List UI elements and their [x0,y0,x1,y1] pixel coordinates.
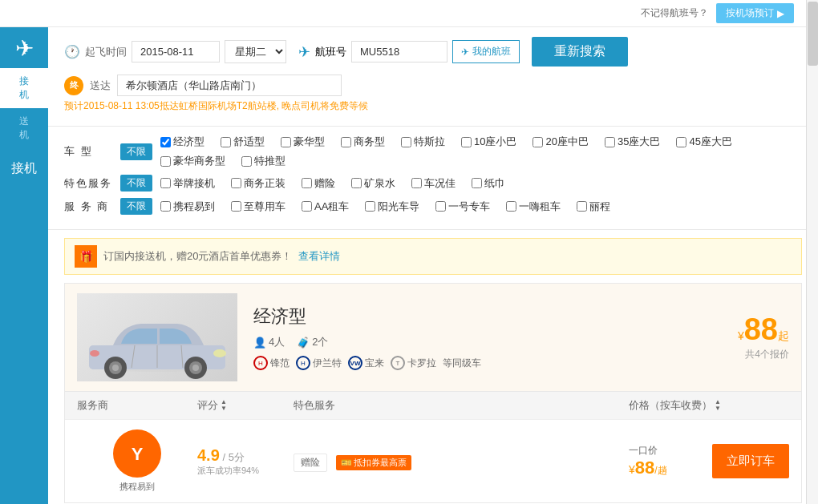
pickup-tab-sublabel: 机 [19,89,29,100]
provider-yihai[interactable]: 一嗨租车 [506,200,561,214]
service-tissue[interactable]: 纸巾 [472,176,505,191]
sidebar-logo: ✈ [15,35,34,62]
provider-premium[interactable]: 至尊用车 [231,200,285,214]
car-type-business[interactable]: 商务型 [341,135,385,149]
car-type-luxury[interactable]: 豪华型 [281,135,325,149]
result-row: Y 携程易到 4.9 / 5分 派车成功率94% 赠险 [65,419,801,502]
book-button[interactable]: 立即订车 [712,444,789,478]
rating-sub: 派车成功率94% [197,465,294,477]
car-type-bus20[interactable]: 20座中巴 [533,135,588,149]
car-type-tesla[interactable]: 特斯拉 [401,135,445,149]
service-formal[interactable]: 商务正装 [231,176,285,191]
car-type-minibus10[interactable]: 10座小巴 [461,135,516,149]
special-service-unlimited[interactable]: 不限 [120,175,152,192]
svg-text:Y: Y [132,444,144,464]
provider-yihao[interactable]: 一号专车 [435,200,490,214]
car-type-comfort[interactable]: 舒适型 [221,135,265,149]
sidebar-tab-pickup[interactable]: 接 机 [0,68,48,108]
hyundai-logo-icon: H [296,356,310,370]
price-suffix: 起 [778,329,789,342]
luggage-count: 2个 [312,335,328,349]
flight-input[interactable] [351,41,447,62]
one-price-label: 一口价 [629,445,658,456]
service-sign[interactable]: 举牌接机 [160,176,215,191]
service-insurance[interactable]: 赠险 [302,176,335,191]
same-class-text: 等同级车 [443,357,481,370]
car-brands: H 锋范 H 伊兰特 VW 宝来 [253,356,722,370]
arrow-icon: ▶ [777,8,784,19]
service-badges: 赠险 🎫 抵扣券最高票 [294,454,629,472]
car-card: 经济型 👤 4人 🧳 2个 [64,283,802,503]
th-rating[interactable]: 评分 ▲ ▼ [197,398,294,413]
car-type-special[interactable]: 特推型 [241,154,285,168]
provider-logo: Y [113,429,161,478]
search-form: 🕐 起飞时间 星期二 ✈ 航班号 ✈ 我的航班 [48,27,818,127]
scrollbar[interactable] [806,0,818,504]
price-info: 一口价 ¥88/趟 [629,444,667,478]
service-water[interactable]: 矿泉水 [351,176,395,191]
provider-ctrip-yida[interactable]: 携程易到 [160,200,215,214]
vw-logo-icon: VW [348,356,362,370]
price-count: 共4个报价 [738,348,789,361]
destination-label: 送达 [90,79,111,93]
toyota-logo-icon: T [391,356,405,370]
svg-point-9 [90,350,99,357]
sidebar-tab-dropoff[interactable]: 送 机 [0,108,48,148]
departure-label: 起飞时间 [85,45,127,59]
provider-name: 携程易到 [119,481,155,493]
scrollbar-thumb[interactable] [808,2,818,66]
car-type-bus35[interactable]: 35座大巴 [605,135,660,149]
destination-row: 终 送达 [64,75,802,96]
promo-notice: 预计2015-08-11 13:05抵达虹桥国际机场T2航站楼, 晚点司机将免费… [64,96,802,116]
car-type-luxury-business[interactable]: 豪华商务型 [160,154,225,168]
car-svg [77,293,237,381]
special-service-options: 举牌接机 商务正装 赠险 矿泉水 车况佳 纸巾 [160,176,802,191]
destination-input[interactable] [117,75,342,96]
dropoff-tab-sublabel: 机 [19,129,29,140]
car-specs: 👤 4人 🧳 2个 [253,335,722,349]
car-price: ¥88起 共4个报价 [738,314,789,361]
price-currency: ¥ [738,329,744,342]
car-type-bus45[interactable]: 45座大巴 [676,135,731,149]
car-type-economy[interactable]: 经济型 [160,135,204,149]
result-price-unit: /趟 [654,465,666,476]
car-card-header: 经济型 👤 4人 🧳 2个 [65,284,801,391]
person-icon: 👤 [253,337,266,349]
table-header: 服务商 评分 ▲ ▼ 特色服务 价格（按车收费） ▲ ▼ [65,391,801,419]
coupon-icon: 🎫 [341,458,352,468]
my-flight-button[interactable]: ✈ 我的航班 [452,40,520,63]
provider-aa[interactable]: AA租车 [302,200,349,214]
svg-point-8 [213,349,226,357]
provider-unlimited[interactable]: 不限 [120,198,152,215]
content-area: 🕐 起飞时间 星期二 ✈ 航班号 ✈ 我的航班 [48,27,818,504]
result-currency: ¥ [629,463,635,476]
price-column: 一口价 ¥88/趟 立即订车 [629,444,789,478]
rating-sort-icon[interactable]: ▲ ▼ [221,399,227,412]
passenger-count: 4人 [269,335,285,349]
price-sort-icon[interactable]: ▲ ▼ [715,399,721,412]
brand-vw: VW 宝来 [348,356,384,370]
airport-booking-button[interactable]: 按机场预订 ▶ [716,3,794,23]
result-price-display: ¥88/趟 [629,458,667,478]
service-good-car[interactable]: 车况佳 [411,176,456,191]
provider-licheng[interactable]: 丽程 [577,200,610,214]
provider-sunshine[interactable]: 阳光车导 [365,200,419,214]
rating-score: 4.9 [197,446,220,464]
search-button[interactable]: 重新搜索 [532,37,628,67]
rating-column: 4.9 / 5分 派车成功率94% [197,446,294,477]
car-type-options: 经济型 舒适型 豪华型 商务型 特斯拉 10座小巴 20座中巴 35座大巴 45… [160,135,802,168]
sidebar: ✈ 接 机 送 机 接机 [0,27,48,504]
car-type-unlimited[interactable]: 不限 [120,143,152,160]
th-service: 特色服务 [294,398,629,413]
special-service-filter-row: 特色服务 不限 举牌接机 商务正装 赠险 矿泉水 车况佳 纸巾 [64,175,802,192]
service-column: 赠险 🎫 抵扣券最高票 [294,450,629,472]
week-select[interactable]: 星期二 [225,40,286,63]
car-type-label: 车 型 [64,144,120,159]
date-input[interactable] [132,41,220,62]
search-row-1: 🕐 起飞时间 星期二 ✈ 航班号 ✈ 我的航班 [64,37,802,67]
car-info: 经济型 👤 4人 🧳 2个 [253,304,722,370]
th-price[interactable]: 价格（按车收费） ▲ ▼ [629,398,789,413]
promo-detail-link[interactable]: 查看详情 [298,249,340,264]
promo-banner: 🎁 订国内接送机，赠20元酒店首单优惠券！ 查看详情 [64,238,802,275]
dropoff-tab-label: 送 [19,115,29,127]
